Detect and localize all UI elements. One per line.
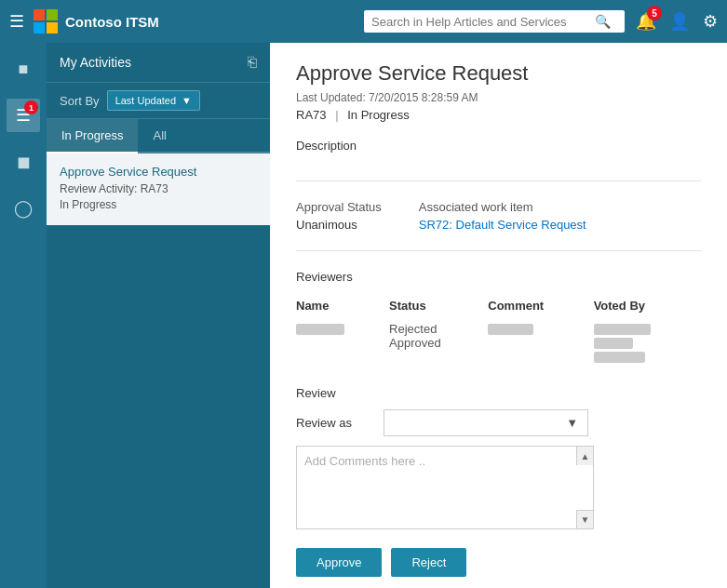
separator: | [335,108,338,122]
tab-all[interactable]: All [138,119,181,152]
voted-by-blurred-1 [594,324,651,335]
activities-badge: 1 [24,100,38,114]
comment-placeholder: Add Comments here .. [297,447,593,475]
icon-rail: ■ ☰ 1 ◼ ◯ [0,43,47,588]
approval-status-value: Unanimous [296,218,382,232]
comment-scroll-up[interactable]: ▲ [576,447,593,465]
page-id-status: RA73 | In Progress [296,108,701,122]
tab-in-progress[interactable]: In Progress [47,119,138,152]
user-button[interactable]: 👤 [669,11,690,32]
right-content: Approve Service Request Last Updated: 7/… [270,43,727,588]
search-bar[interactable]: 🔍 [364,10,625,33]
comment-box: Add Comments here .. ▲ ▼ [296,446,594,529]
topbar-icons: 🔔 5 👤 ⚙ [636,11,718,32]
action-buttons: Approve Reject [296,548,701,577]
reviewers-table: Name Status Comment Voted By Rejected [296,293,701,368]
review-as-value [394,416,475,430]
search-input[interactable] [371,15,595,29]
reviewer-comment-blurred-0 [488,324,533,335]
voted-by-blurred-3 [594,352,645,363]
app-title: Contoso ITSM [65,14,159,30]
list-item-sub1: Review Activity: RA73 [60,181,257,197]
request-id: RA73 [296,108,327,122]
description-label: Description [296,139,701,153]
reviewer-comment-0 [488,318,593,368]
reviewer-name-0 [296,318,389,368]
reviewer-status-0: Rejected Approved [389,318,488,368]
sort-value: Last Updated [115,95,176,106]
hamburger-button[interactable]: ☰ [9,11,24,32]
last-updated-value: 7/20/2015 8:28:59 AM [369,91,478,104]
reviewers-title: Reviewers [296,270,701,284]
approval-status-label: Approval Status [296,200,382,214]
request-status: In Progress [347,108,409,122]
tab-row: In Progress All [47,119,270,154]
page-title: Approve Service Request [296,61,701,86]
approval-info: Approval Status Unanimous Associated wor… [296,200,701,251]
left-panel-header: My Activities ⎗ [47,43,270,83]
left-panel-title: My Activities [60,55,131,70]
main-layout: ■ ☰ 1 ◼ ◯ My Activities ⎗ Sort By Last U… [0,43,727,588]
reviewer-status-rejected: Rejected [389,322,480,336]
description-section: Description [296,139,701,181]
approve-button[interactable]: Approve [296,548,382,577]
list-area: Approve Service Request Review Activity:… [47,154,270,588]
col-header-name: Name [296,293,389,318]
settings-button[interactable]: ⚙ [703,11,718,32]
reject-button[interactable]: Reject [391,548,466,577]
reviewer-row-0: Rejected Approved [296,318,701,368]
notification-badge: 5 [647,6,662,20]
col-header-comment: Comment [488,293,593,318]
sort-select[interactable]: Last Updated ▼ [107,90,200,111]
rail-icon-activities[interactable]: ☰ 1 [7,99,40,132]
list-item-sub2: In Progress [60,197,257,213]
notification-button[interactable]: 🔔 5 [636,11,656,32]
reviewers-section: Reviewers Name Status Comment Voted By [296,270,701,368]
sort-chevron-icon: ▼ [182,95,192,106]
reviewer-name-blurred-0 [296,324,344,335]
review-as-select[interactable]: ▼ [384,409,588,436]
review-title: Review [296,386,701,400]
rail-icon-help[interactable]: ◯ [7,192,40,225]
list-item-title: Approve Service Request [60,165,257,179]
filter-icon[interactable]: ⎗ [248,54,257,71]
last-updated-label: Last Updated: [296,91,366,104]
review-section: Review Review as ▼ Add Comments here .. … [296,386,701,529]
review-as-row: Review as ▼ [296,409,701,436]
sort-label: Sort By [60,94,100,108]
app-logo [34,9,58,33]
topbar: ☰ Contoso ITSM 🔍 🔔 5 👤 ⚙ [0,0,727,43]
review-as-label: Review as [296,416,370,430]
associated-work-item-link[interactable]: SR72: Default Service Request [419,218,586,232]
comment-scroll-down[interactable]: ▼ [576,510,593,528]
rail-icon-home[interactable]: ■ [7,52,40,86]
reviewer-voted-by-0 [594,318,701,368]
sort-row: Sort By Last Updated ▼ [47,83,270,119]
list-item[interactable]: Approve Service Request Review Activity:… [47,154,270,225]
associated-work-item-label: Associated work item [419,200,586,214]
page-meta: Last Updated: 7/20/2015 8:28:59 AM [296,91,701,104]
approval-status-group: Approval Status Unanimous [296,200,382,232]
col-header-status: Status [389,293,488,318]
voted-by-blurred-2 [594,338,634,349]
associated-work-item-group: Associated work item SR72: Default Servi… [419,200,586,232]
rail-icon-list[interactable]: ◼ [7,145,40,179]
col-header-voted-by: Voted By [594,293,701,318]
search-icon: 🔍 [595,14,611,29]
review-as-chevron-icon: ▼ [566,416,578,430]
left-panel: My Activities ⎗ Sort By Last Updated ▼ I… [47,43,270,588]
reviewer-status-approved: Approved [389,336,480,350]
